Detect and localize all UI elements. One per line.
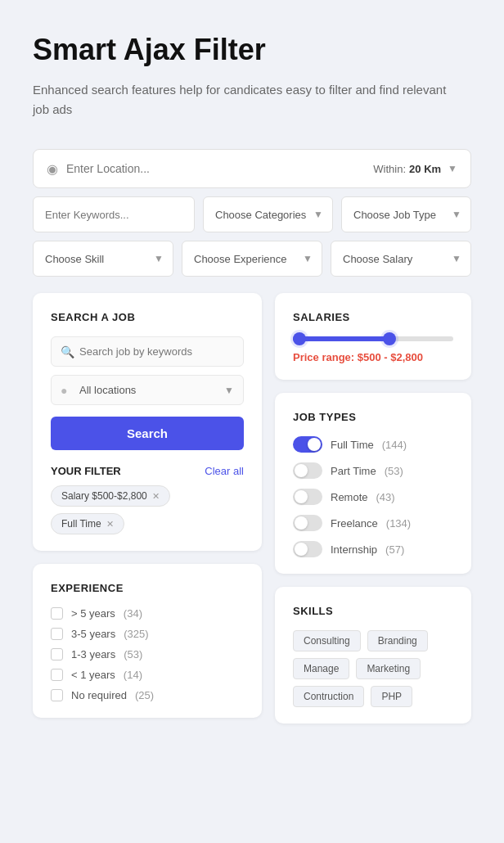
skill-contruction[interactable]: Contruction	[293, 686, 364, 707]
exp-count-3-5: (325)	[124, 628, 148, 640]
job-type-freelance-count: (134)	[386, 517, 411, 530]
clear-all-link[interactable]: Clear all	[205, 465, 244, 477]
search-job-input[interactable]	[51, 336, 244, 367]
skills-title: SKILLS	[293, 605, 453, 617]
job-type-parttime-count: (53)	[385, 465, 403, 477]
filter-row-1: Choose Categories ▼ Choose Job Type ▼	[33, 196, 471, 232]
page-subtitle: Enhanced search features help for candic…	[33, 80, 458, 119]
search-job-card: SEARCH A JOB 🔍 ● All locations New York …	[33, 293, 262, 551]
filter-tag-fulltime-label: Full Time	[61, 518, 101, 530]
salary-range-label-text: Price range:	[293, 351, 358, 363]
job-type-fulltime-label: Full Time	[331, 439, 374, 451]
exp-item-3-5: 3-5 years (325)	[51, 628, 244, 640]
skill-php[interactable]: PHP	[371, 686, 412, 707]
categories-select-wrap: Choose Categories ▼	[203, 196, 333, 232]
active-filters: Salary $500-$2,800 ✕ Full Time ✕	[51, 485, 244, 534]
salaries-card: SALARIES Price range: $500 - $2,800	[275, 293, 471, 380]
salary-select-wrap: Choose Salary ▼	[331, 241, 471, 277]
exp-checkbox-1-3[interactable]	[51, 648, 63, 660]
toggle-internship[interactable]	[293, 541, 322, 557]
job-type-list: Full Time (144) Part Time (53) Remote (4…	[293, 436, 453, 557]
salary-select[interactable]: Choose Salary	[331, 241, 471, 277]
exp-label-gt5: > 5 years	[71, 607, 115, 620]
location-search-bar: ◉ Within: 20 Km ▼	[33, 149, 471, 188]
experience-title: EXPERIENCE	[51, 582, 244, 594]
job-type-internship: Internship (57)	[293, 541, 453, 557]
salary-slider-wrap	[293, 336, 453, 341]
job-type-select-wrap: Choose Job Type ▼	[341, 196, 471, 232]
salary-range-label: Price range: $500 - $2,800	[293, 351, 453, 363]
experience-list: > 5 years (34) 3-5 years (325) 1-3 years…	[51, 607, 244, 701]
job-type-fulltime-count: (144)	[382, 439, 407, 451]
search-icon: 🔍	[61, 345, 74, 358]
job-type-fulltime: Full Time (144)	[293, 436, 453, 453]
categories-select[interactable]: Choose Categories	[203, 196, 333, 232]
toggle-freelance[interactable]	[293, 515, 322, 531]
skill-branding[interactable]: Branding	[367, 630, 428, 651]
keywords-input[interactable]	[33, 196, 195, 232]
skill-select[interactable]: Choose Skill	[33, 241, 173, 277]
salary-slider-thumb-left[interactable]	[293, 332, 306, 345]
skill-manage[interactable]: Manage	[293, 658, 349, 679]
exp-label-none: No required	[71, 689, 127, 701]
job-types-card: JOB TYPES Full Time (144) Part Time (53)…	[275, 393, 471, 574]
exp-item-gt5: > 5 years (34)	[51, 607, 244, 620]
exp-count-gt5: (34)	[124, 607, 142, 620]
job-type-parttime-label: Part Time	[331, 465, 376, 477]
salary-slider-fill	[293, 336, 389, 341]
filter-tag-salary-label: Salary $500-$2,800	[61, 490, 147, 502]
within-chevron-icon[interactable]: ▼	[448, 163, 457, 174]
job-type-freelance-label: Freelance	[331, 517, 378, 530]
salary-range-value: $500 - $2,800	[358, 351, 423, 363]
remove-fulltime-filter-icon[interactable]: ✕	[106, 519, 114, 530]
job-types-title: JOB TYPES	[293, 411, 453, 423]
exp-item-1-3: 1-3 years (53)	[51, 648, 244, 660]
exp-item-lt1: < 1 years (14)	[51, 669, 244, 681]
exp-label-1-3: 1-3 years	[71, 648, 115, 660]
location-input[interactable]	[66, 162, 365, 175]
job-type-internship-label: Internship	[331, 543, 377, 556]
panels-row: SEARCH A JOB 🔍 ● All locations New York …	[33, 293, 471, 724]
job-type-remote: Remote (43)	[293, 489, 453, 505]
toggle-fulltime[interactable]	[293, 436, 322, 453]
skill-select-wrap: Choose Skill ▼	[33, 241, 173, 277]
exp-count-none: (25)	[135, 689, 154, 701]
filter-row-2: Choose Skill ▼ Choose Experience ▼ Choos…	[33, 241, 471, 277]
salary-slider-thumb-right[interactable]	[383, 332, 396, 345]
skill-marketing[interactable]: Marketing	[356, 658, 421, 679]
job-type-parttime: Part Time (53)	[293, 462, 453, 479]
salary-slider-track	[293, 336, 453, 341]
experience-select[interactable]: Choose Experience	[182, 241, 322, 277]
exp-checkbox-none[interactable]	[51, 689, 63, 701]
search-job-input-wrap: 🔍	[51, 336, 244, 367]
your-filter-label: YOUR FILTER	[51, 465, 121, 477]
experience-card: EXPERIENCE > 5 years (34) 3-5 years (325…	[33, 564, 262, 718]
location-pin-icon: ●	[61, 384, 67, 397]
skills-tags: Consulting Branding Manage Marketing Con…	[293, 630, 453, 707]
exp-count-1-3: (53)	[124, 648, 142, 660]
job-type-select[interactable]: Choose Job Type	[341, 196, 471, 232]
job-type-remote-label: Remote	[331, 491, 368, 503]
exp-checkbox-lt1[interactable]	[51, 669, 63, 681]
search-button[interactable]: Search	[51, 417, 244, 450]
your-filter-row: YOUR FILTER Clear all	[51, 465, 244, 477]
experience-select-wrap: Choose Experience ▼	[182, 241, 322, 277]
skill-consulting[interactable]: Consulting	[293, 630, 361, 651]
remove-salary-filter-icon[interactable]: ✕	[152, 491, 160, 502]
panel-left: SEARCH A JOB 🔍 ● All locations New York …	[33, 293, 262, 718]
location-dropdown[interactable]: All locations New York London Remote	[51, 375, 244, 405]
within-value: 20 Km	[409, 163, 441, 175]
filter-tag-salary: Salary $500-$2,800 ✕	[51, 485, 170, 507]
skills-card: SKILLS Consulting Branding Manage Market…	[275, 587, 471, 724]
job-type-freelance: Freelance (134)	[293, 515, 453, 531]
panel-right: SALARIES Price range: $500 - $2,800 JOB …	[275, 293, 471, 724]
filter-tag-fulltime: Full Time ✕	[51, 513, 124, 534]
within-label: Within:	[373, 163, 406, 175]
location-select-wrap: ● All locations New York London Remote ▼	[51, 375, 244, 405]
exp-checkbox-3-5[interactable]	[51, 628, 63, 640]
exp-checkbox-gt5[interactable]	[51, 607, 63, 620]
toggle-parttime[interactable]	[293, 462, 322, 479]
search-job-title: SEARCH A JOB	[51, 311, 244, 323]
exp-label-3-5: 3-5 years	[71, 628, 115, 640]
toggle-remote[interactable]	[293, 489, 322, 505]
